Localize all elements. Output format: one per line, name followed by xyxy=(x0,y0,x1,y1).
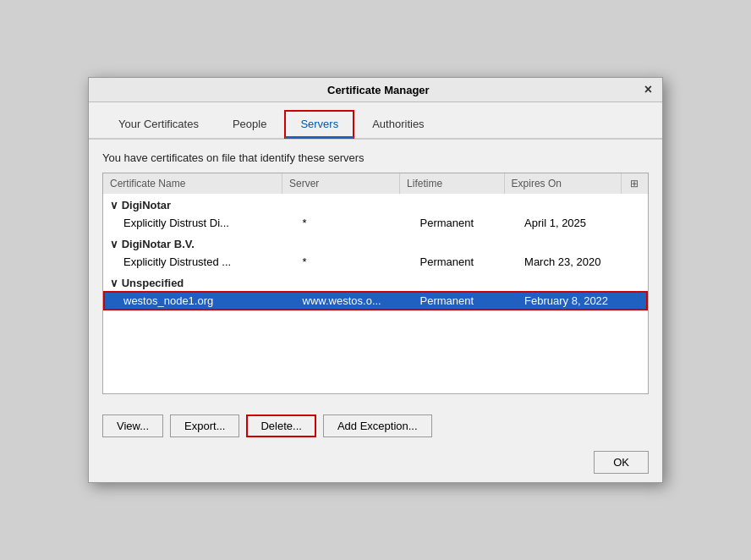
title-bar: Certificate Manager × xyxy=(89,78,662,102)
tabs-container: Your Certificates People Servers Authori… xyxy=(89,102,662,140)
certificate-manager-dialog: Certificate Manager × Your Certificates … xyxy=(88,77,663,483)
col-header-expires: Expires On xyxy=(504,173,621,194)
group-expand-icon: ∨ xyxy=(110,199,122,211)
group-row-diginotar-bv: ∨ DigiNotar B.V. xyxy=(103,233,648,252)
cert-lifetime: Permanent xyxy=(400,291,505,310)
table-row[interactable]: Explicitly Distrusted ... * Permanent Ma… xyxy=(103,252,648,272)
cert-server: * xyxy=(282,213,400,233)
tab-authorities[interactable]: Authorities xyxy=(356,110,440,139)
table-row[interactable]: Explicitly Distrust Di... * Permanent Ap… xyxy=(103,213,648,233)
ok-row: OK xyxy=(89,446,662,482)
group-expand-icon: ∨ xyxy=(110,238,122,250)
cert-expires: April 1, 2025 xyxy=(504,213,621,233)
cert-server: www.westos.o... xyxy=(282,291,400,310)
col-header-name: Certificate Name xyxy=(103,173,282,194)
cert-name: Explicitly Distrust Di... xyxy=(103,213,282,233)
ok-button[interactable]: OK xyxy=(594,451,649,474)
description-text: You have certificates on file that ident… xyxy=(102,151,649,164)
dialog-title: Certificate Manager xyxy=(114,84,643,96)
action-buttons: View... Export... Delete... Add Exceptio… xyxy=(89,406,662,446)
tab-your-certificates[interactable]: Your Certificates xyxy=(102,110,215,139)
view-button[interactable]: View... xyxy=(102,415,163,437)
table-body: ∨ DigiNotar Explicitly Distrust Di... * … xyxy=(103,194,648,310)
group-row-unspecified: ∨ Unspecified xyxy=(103,272,648,291)
cert-expires: February 8, 2022 xyxy=(504,291,621,310)
group-row-diginotar: ∨ DigiNotar xyxy=(103,194,648,213)
tab-servers[interactable]: Servers xyxy=(284,110,354,139)
cert-lifetime: Permanent xyxy=(400,252,505,272)
cert-server: * xyxy=(282,252,400,272)
delete-button[interactable]: Delete... xyxy=(246,415,315,437)
cert-lifetime: Permanent xyxy=(400,213,505,233)
tab-content: You have certificates on file that ident… xyxy=(89,140,662,406)
cert-expires: March 23, 2020 xyxy=(504,252,621,272)
table-row[interactable]: westos_node1.org www.westos.o... Permane… xyxy=(103,291,648,310)
certificates-table: Certificate Name Server Lifetime Expires… xyxy=(103,173,648,310)
group-expand-icon: ∨ xyxy=(110,277,122,289)
tab-people[interactable]: People xyxy=(217,110,282,139)
col-header-server: Server xyxy=(282,173,400,194)
certificates-table-container: Certificate Name Server Lifetime Expires… xyxy=(102,173,649,394)
add-exception-button[interactable]: Add Exception... xyxy=(323,415,432,437)
col-header-icon: ⊞ xyxy=(621,173,648,194)
table-header-row: Certificate Name Server Lifetime Expires… xyxy=(103,173,648,194)
close-button[interactable]: × xyxy=(643,83,654,96)
cert-name: westos_node1.org xyxy=(103,291,282,310)
col-header-lifetime: Lifetime xyxy=(400,173,505,194)
cert-name: Explicitly Distrusted ... xyxy=(103,252,282,272)
export-button[interactable]: Export... xyxy=(170,415,239,437)
